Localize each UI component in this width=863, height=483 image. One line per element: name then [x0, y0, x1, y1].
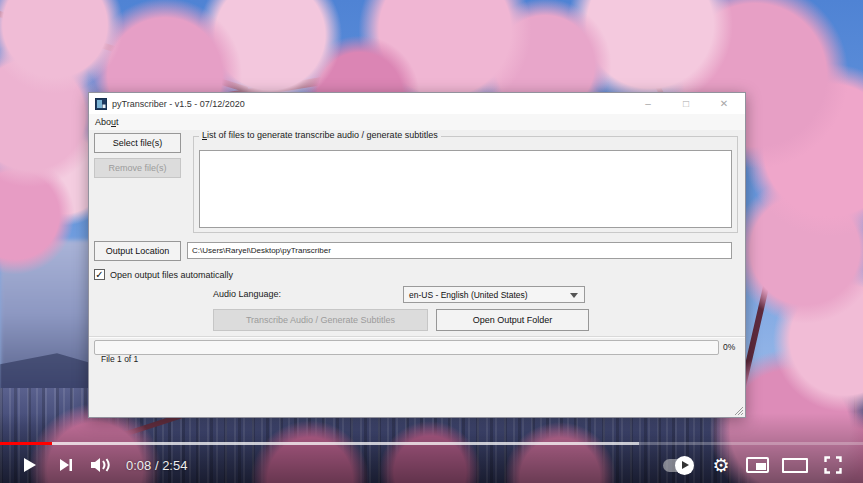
maximize-button[interactable]: □	[667, 93, 705, 114]
resize-grip[interactable]	[733, 405, 743, 415]
play-button[interactable]	[12, 447, 48, 483]
files-groupbox: List of files to generate transcribe aud…	[193, 136, 738, 233]
player-progress-played	[0, 442, 52, 445]
next-icon	[58, 457, 74, 473]
chevron-down-icon	[570, 293, 578, 298]
output-location-button[interactable]: Output Location	[94, 241, 181, 261]
theater-mode-button[interactable]	[775, 447, 815, 483]
miniplayer-button[interactable]	[739, 447, 775, 483]
progress-percent-label: 0%	[723, 342, 735, 352]
audio-language-value: en-US - English (United States)	[409, 290, 528, 300]
autoplay-toggle-track	[663, 459, 693, 472]
audio-language-select[interactable]: en-US - English (United States)	[403, 286, 585, 303]
close-button[interactable]: ✕	[705, 93, 743, 114]
open-output-checkbox-label: Open output files automatically	[110, 270, 233, 280]
autoplay-knob-play-icon	[675, 456, 694, 475]
player-control-bar: 0:08 / 2:54 ⚙	[0, 447, 863, 483]
audio-language-label: Audio Language:	[213, 289, 281, 299]
window-title: pyTranscriber - v1.5 - 07/12/2020	[112, 99, 245, 109]
next-button[interactable]	[48, 447, 84, 483]
app-icon	[95, 98, 107, 110]
autoplay-toggle[interactable]	[657, 447, 703, 483]
menu-bar: About	[89, 114, 745, 130]
open-output-checkbox-row[interactable]: ✓ Open output files automatically	[94, 269, 233, 280]
pytranscriber-window: pyTranscriber - v1.5 - 07/12/2020 – □ ✕ …	[88, 92, 746, 418]
fullscreen-button[interactable]	[815, 447, 851, 483]
play-icon	[21, 456, 39, 474]
gear-icon: ⚙	[712, 454, 729, 476]
settings-button[interactable]: ⚙	[703, 447, 739, 483]
transcription-progress-bar	[94, 340, 719, 355]
transcribe-button: Transcribe Audio / Generate Subtitles	[213, 309, 428, 331]
progress-file-label: File 1 of 1	[101, 354, 138, 364]
menu-about[interactable]: About	[95, 117, 119, 127]
file-list[interactable]	[199, 150, 732, 228]
video-frame: pyTranscriber - v1.5 - 07/12/2020 – □ ✕ …	[0, 0, 863, 483]
volume-button[interactable]	[84, 447, 120, 483]
miniplayer-icon	[746, 457, 769, 473]
output-path-field[interactable]: C:\Users\Raryel\Desktop\pyTranscriber	[187, 242, 732, 259]
volume-icon	[90, 456, 114, 474]
remove-files-button: Remove file(s)	[94, 158, 181, 178]
time-display: 0:08 / 2:54	[126, 458, 187, 473]
minimize-button[interactable]: –	[629, 93, 667, 114]
separator-line	[89, 336, 745, 338]
fullscreen-icon	[823, 455, 843, 475]
video-seek-bar[interactable]	[0, 442, 863, 445]
window-titlebar[interactable]: pyTranscriber - v1.5 - 07/12/2020 – □ ✕	[89, 93, 745, 114]
select-files-button[interactable]: Select file(s)	[94, 133, 181, 153]
video-seek-loaded	[0, 442, 639, 445]
open-output-folder-button[interactable]: Open Output Folder	[436, 309, 589, 331]
theater-mode-icon	[782, 458, 808, 473]
files-group-label: List of files to generate transcribe aud…	[199, 130, 441, 140]
checkbox-checked-icon[interactable]: ✓	[94, 269, 105, 280]
